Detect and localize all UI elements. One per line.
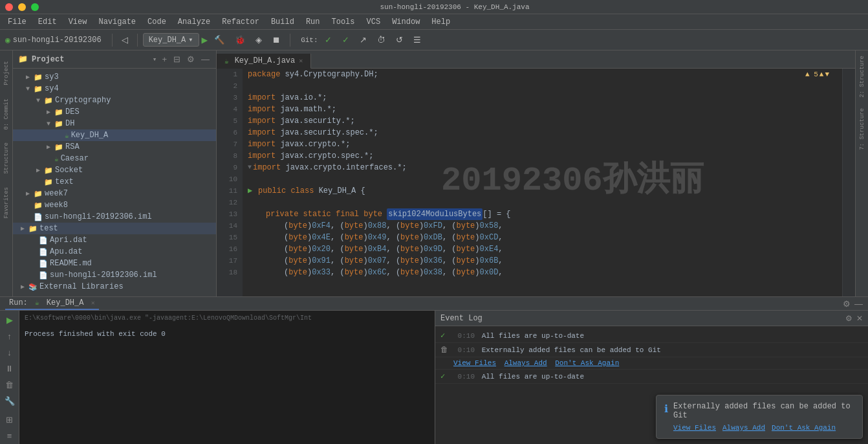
project-settings-btn[interactable]: ⚙	[186, 53, 196, 65]
menu-tools[interactable]: Tools	[327, 16, 360, 28]
tree-item-sy3[interactable]: ▶ 📁 sy3	[13, 71, 216, 83]
git-push-btn[interactable]: ↗	[356, 33, 371, 47]
coverage-button[interactable]: ◈	[252, 33, 266, 47]
menu-code[interactable]: Code	[142, 16, 171, 28]
line-num-14: 14	[217, 220, 237, 232]
tree-item-sy4[interactable]: ▼ 📁 sy4	[13, 83, 216, 94]
menu-vcs[interactable]: VCS	[362, 16, 386, 28]
menu-view[interactable]: View	[63, 16, 92, 28]
git-revert-btn[interactable]: ↺	[392, 33, 407, 47]
menu-analyze[interactable]: Analyze	[173, 16, 215, 28]
sidebar-tab-favorites[interactable]: Favorites	[2, 184, 11, 221]
git-check-btn[interactable]: ✓	[321, 33, 336, 47]
minimize-button[interactable]	[18, 3, 26, 11]
menu-navigate[interactable]: Navigate	[93, 16, 141, 28]
tree-arrow-socket: ▶	[36, 166, 44, 174]
xml-icon-sun-iml: 📄	[34, 213, 43, 221]
tree-item-text[interactable]: 📁 text	[13, 176, 216, 188]
event-log-controls: ⚙ ✕	[845, 314, 863, 323]
tree-item-week7[interactable]: ▶ 📁 week7	[13, 188, 216, 199]
run-clear-btn[interactable]: 🗑	[3, 378, 16, 392]
bottom-close-btn[interactable]: —	[854, 299, 863, 309]
tree-item-test[interactable]: ▶ 📁 test	[13, 223, 216, 234]
tree-item-apu[interactable]: 📄 Apu.dat	[13, 246, 216, 258]
toolbar-separator-3	[290, 34, 290, 47]
project-collapse-btn[interactable]: ⊟	[172, 53, 182, 65]
event-always-add-link[interactable]: Always Add	[505, 359, 547, 367]
event-dont-ask-link[interactable]: Don't Ask Again	[555, 359, 619, 367]
run-tab-close-btn[interactable]: ✕	[91, 300, 95, 307]
window-controls[interactable]	[5, 3, 39, 11]
git-history-btn[interactable]: ⏱	[373, 33, 389, 47]
tree-item-rsa[interactable]: ▶ 📁 RSA	[13, 141, 216, 153]
run-play-btn[interactable]: ▶	[5, 313, 15, 327]
right-tab-7[interactable]: 7: Structure	[858, 105, 867, 153]
tree-item-cryptography[interactable]: ▼ 📁 Cryptography	[13, 94, 216, 106]
run-scroll-btn[interactable]: ↓	[5, 346, 14, 359]
tree-item-week8[interactable]: 📁 week8	[13, 199, 216, 211]
menu-window[interactable]: Window	[387, 16, 425, 28]
project-add-btn[interactable]: +	[160, 53, 168, 65]
warning-down-arrow[interactable]: ▼	[825, 69, 829, 80]
navigate-back-btn[interactable]: ◁	[118, 33, 132, 47]
tree-label-socket: Socket	[55, 166, 83, 175]
tree-item-readme[interactable]: 📄 README.md	[13, 258, 216, 269]
code-content[interactable]: 20192306孙洪丽 ▲ 5 ▲ ▼ package sy4.Cryptogr…	[243, 69, 842, 296]
menu-file[interactable]: File	[3, 16, 32, 28]
code-line-8: import javax.crypto.spec.*;	[248, 150, 842, 162]
editor-tab-key-dh-a[interactable]: ☕ Key_DH_A.java ✕	[217, 54, 311, 69]
menu-edit[interactable]: Edit	[33, 16, 62, 28]
sidebar-tab-project[interactable]: Project	[2, 58, 11, 88]
debug-button[interactable]: 🐞	[231, 33, 249, 47]
bottom-settings-btn[interactable]: ⚙	[843, 299, 851, 309]
tab-close-btn[interactable]: ✕	[299, 57, 303, 65]
menu-run[interactable]: Run	[301, 16, 325, 28]
event-log-settings-btn[interactable]: ⚙	[845, 314, 852, 323]
sidebar-tab-commit[interactable]: 0: Commit	[2, 96, 11, 133]
tree-item-socket[interactable]: ▶ 📁 Socket	[13, 164, 216, 176]
run-wrench-btn[interactable]: 🔧	[3, 394, 17, 408]
notification-popup: ℹ Externally added files can be added to…	[656, 395, 863, 439]
maximize-button[interactable]	[31, 3, 39, 11]
run-stop-btn[interactable]: ↑	[5, 329, 14, 343]
file-icon-apu: 📄	[39, 248, 48, 256]
tree-item-des[interactable]: ▶ 📁 DES	[13, 106, 216, 118]
right-tab-structure[interactable]: 2: Structure	[858, 53, 867, 100]
notif-view-files-link[interactable]: View Files	[673, 424, 716, 432]
close-button[interactable]	[5, 3, 13, 11]
event-log-close-btn[interactable]: ✕	[856, 314, 863, 323]
warning-up-arrow[interactable]: ▲	[819, 69, 824, 80]
tree-item-ext-libs[interactable]: ▶ 📚 External Libraries	[13, 281, 216, 293]
run-tab-label[interactable]: Run: ☕ Key_DH_A ✕	[5, 297, 99, 310]
run-wraplines-btn[interactable]: ⏸	[3, 362, 16, 375]
sidebar-tab-structure[interactable]: Structure	[2, 140, 11, 177]
menu-refactor[interactable]: Refactor	[217, 16, 265, 28]
code-line-14: (byte)0xF4 , (byte)0x88 , (byte)0xFD , (…	[248, 220, 842, 232]
run-arrow-11[interactable]: ▶	[248, 185, 255, 197]
notif-always-add-link[interactable]: Always Add	[722, 424, 765, 432]
run-softref-btn[interactable]: ⊞	[4, 413, 15, 427]
fold-arrow-9[interactable]: ▼	[248, 162, 252, 173]
line-num-1: 1	[217, 69, 237, 80]
notif-dont-ask-link[interactable]: Don't Ask Again	[772, 424, 836, 432]
project-hide-btn[interactable]: —	[200, 53, 211, 65]
menu-build[interactable]: Build	[266, 16, 299, 28]
kw-private-13: private	[266, 208, 303, 220]
menu-help[interactable]: Help	[426, 16, 455, 28]
run-toolbar: ▶ ↑ ↓ ⏸ 🗑 🔧 ⊞ ≡	[0, 311, 19, 444]
event-view-files-link[interactable]: View Files	[453, 359, 496, 367]
tree-item-apri[interactable]: 📄 Apri.dat	[13, 234, 216, 246]
tree-item-sun-iml[interactable]: 📄 sun-hongli-20192306.iml	[13, 211, 216, 223]
tree-item-dh[interactable]: ▼ 📁 DH	[13, 118, 216, 129]
folder-icon-ext-libs: 📚	[28, 283, 38, 291]
tree-item-sun-iml2[interactable]: 📄 sun-hongli-20192306.iml	[13, 269, 216, 281]
build-button[interactable]: 🔨	[210, 33, 228, 47]
tree-item-key-dh-a[interactable]: ☕ Key_DH_A	[13, 129, 216, 141]
run-config-dropdown[interactable]: Key_DH_A ▾	[143, 33, 199, 47]
run-layout-btn[interactable]: ≡	[5, 429, 14, 443]
stop-button[interactable]: ⏹	[268, 33, 285, 47]
git-more-btn[interactable]: ☰	[409, 33, 425, 47]
run-button[interactable]: ▶	[202, 34, 208, 47]
git-check2-btn[interactable]: ✓	[338, 33, 353, 47]
tree-item-caesar[interactable]: ☕ Caesar	[13, 153, 216, 164]
